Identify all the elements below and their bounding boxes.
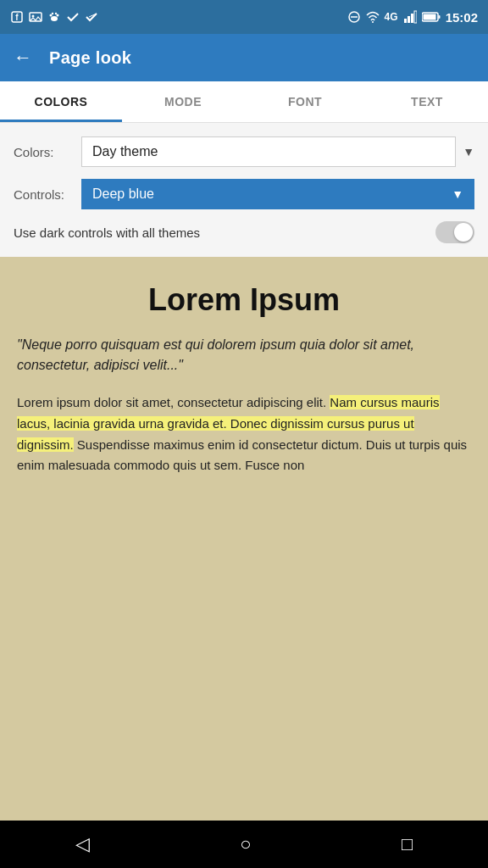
status-bar: f: [0, 0, 488, 34]
colors-dropdown[interactable]: Day theme: [81, 136, 456, 167]
dark-controls-label: Use dark controls with all themes: [14, 225, 200, 240]
signal-icon: [403, 10, 417, 24]
svg-point-6: [57, 14, 59, 17]
svg-point-4: [51, 16, 58, 21]
image-icon: [29, 10, 42, 24]
svg-rect-18: [423, 14, 435, 20]
toggle-knob: [454, 223, 473, 242]
network-label: 4G: [385, 11, 398, 23]
pawprint-icon: [47, 10, 61, 24]
svg-rect-16: [414, 11, 417, 23]
status-bar-left-icons: f: [10, 10, 98, 24]
svg-point-12: [372, 21, 374, 23]
colors-value: Day theme: [92, 144, 158, 159]
controls-dropdown-arrow: ▼: [452, 187, 463, 201]
tab-bar: COLORS MODE FONT TEXT: [0, 81, 488, 123]
svg-rect-14: [408, 16, 410, 23]
colors-label: Colors:: [14, 145, 81, 159]
status-time: 15:02: [446, 10, 478, 25]
svg-point-8: [55, 13, 57, 14]
colors-dropdown-arrow: ▼: [463, 145, 474, 159]
tab-mode[interactable]: MODE: [122, 81, 244, 122]
dark-controls-toggle[interactable]: [435, 221, 474, 243]
checkmark2-icon: [85, 10, 98, 24]
back-button[interactable]: ←: [14, 47, 32, 69]
wifi-icon: [366, 10, 380, 24]
tab-colors[interactable]: COLORS: [0, 81, 122, 122]
status-bar-right-icons: 4G 15:02: [347, 10, 478, 25]
controls-value: Deep blue: [92, 186, 154, 202]
svg-point-5: [50, 14, 53, 17]
tab-text[interactable]: TEXT: [366, 81, 488, 122]
preview-area: Lorem Ipsum "Neque porro quisquam est qu…: [0, 257, 488, 821]
tab-font[interactable]: FONT: [244, 81, 366, 122]
checkmark-icon: [66, 10, 80, 24]
preview-title: Lorem Ipsum: [17, 282, 471, 318]
app-bar: ← Page look: [0, 34, 488, 81]
nav-back-button[interactable]: ◁: [75, 833, 90, 855]
controls-dropdown[interactable]: Deep blue ▼: [81, 179, 474, 209]
facebook-icon: f: [10, 10, 24, 24]
svg-text:f: f: [15, 13, 19, 22]
settings-area: Colors: Day theme ▼ Controls: Deep blue …: [0, 123, 488, 257]
page-title: Page look: [49, 48, 131, 68]
svg-rect-15: [411, 14, 413, 23]
svg-rect-13: [404, 19, 407, 23]
controls-label: Controls:: [14, 187, 81, 202]
nav-recent-button[interactable]: □: [402, 833, 413, 855]
preview-body: Lorem ipsum dolor sit amet, consectetur …: [17, 392, 471, 476]
nav-bar: ◁ ○ □: [0, 821, 488, 868]
colors-row: Colors: Day theme ▼: [14, 136, 474, 167]
svg-rect-19: [438, 15, 440, 19]
svg-point-3: [32, 15, 35, 18]
dark-controls-toggle-row: Use dark controls with all themes: [14, 221, 474, 243]
controls-row: Controls: Deep blue ▼: [14, 179, 474, 209]
preview-quote: "Neque porro quisquam est qui dolorem ip…: [17, 335, 471, 376]
preview-body-before: Lorem ipsum dolor sit amet, consectetur …: [17, 395, 330, 409]
dnd-icon: [347, 10, 361, 24]
svg-point-7: [52, 13, 53, 14]
battery-icon: [422, 11, 441, 23]
nav-home-button[interactable]: ○: [240, 833, 251, 855]
preview-body-after: Suspendisse maximus enim id consectetur …: [17, 437, 467, 473]
